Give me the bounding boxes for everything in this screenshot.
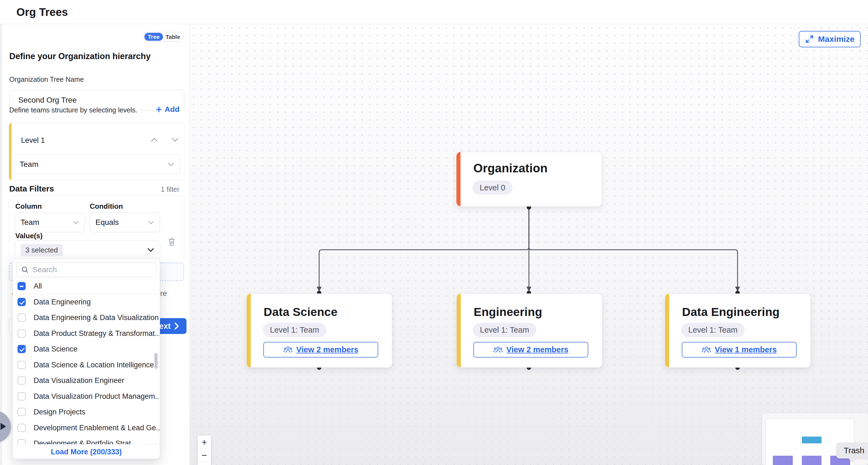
checkbox[interactable] — [18, 313, 26, 322]
checkbox[interactable] — [18, 392, 26, 400]
list-item[interactable]: Data Visualization Engineer — [13, 373, 160, 389]
load-more-button[interactable]: Load More (200/333) — [13, 444, 160, 459]
hierarchy-panel: Tree Table Define your Organization hier… — [2, 24, 190, 465]
list-item[interactable]: Data Product Strategy & Transformat... — [13, 326, 160, 341]
list-item[interactable]: Data Science & Location Intelligence — [13, 357, 160, 373]
chevron-down-icon[interactable] — [171, 137, 179, 143]
people-icon — [493, 346, 503, 354]
node-accent-bar — [457, 294, 461, 367]
checkbox[interactable] — [18, 408, 26, 416]
selected-count-chip: 3 selected — [21, 244, 63, 256]
org-tree-builder-app: Organization Level 0 Data Science Level … — [0, 0, 868, 465]
filters-heading: Data Filters — [9, 184, 54, 193]
minimap-child-node — [773, 456, 793, 465]
org-node-child[interactable]: Data Science Level 1: Team View 2 member… — [246, 293, 392, 368]
filters-count: 1 filter — [161, 185, 179, 193]
org-node-root[interactable]: Organization Level 0 — [456, 152, 602, 207]
node-accent-bar — [457, 152, 461, 206]
chevron-down-icon — [147, 247, 155, 253]
node-title: Engineering — [474, 305, 542, 319]
node-level-badge: Level 1: Team — [473, 323, 536, 337]
column-label: Column — [15, 202, 42, 211]
tree-name-input[interactable] — [18, 96, 175, 104]
search-box — [17, 262, 156, 277]
chevron-up-icon[interactable] — [150, 137, 158, 143]
plus-icon — [155, 106, 162, 113]
column-select[interactable]: Team — [15, 213, 85, 232]
org-chart-canvas[interactable] — [190, 24, 868, 465]
level-accent-bar — [9, 123, 11, 180]
scrollbar-thumb[interactable] — [155, 353, 157, 369]
view-members-button[interactable]: View 1 members — [682, 342, 797, 358]
app-header: Org Trees — [0, 0, 868, 24]
people-icon — [702, 346, 711, 354]
minimap-child-node — [802, 456, 822, 465]
list-item[interactable]: Data Science — [13, 341, 160, 357]
list-item[interactable]: Design Projects — [13, 404, 160, 420]
delete-filter-icon[interactable] — [168, 237, 176, 246]
maximize-button[interactable]: Maximize — [799, 31, 861, 47]
minimap-root-node — [802, 437, 822, 443]
node-accent-bar — [665, 294, 669, 367]
checkbox[interactable] — [18, 376, 26, 384]
level-label: Level 1 — [21, 136, 45, 145]
node-title: Data Science — [264, 305, 338, 319]
node-level-badge: Level 1: Team — [263, 323, 326, 337]
toggle-table[interactable]: Table — [163, 33, 183, 41]
toggle-tree[interactable]: Tree — [145, 33, 163, 41]
zoom-in-button[interactable]: + — [198, 436, 211, 449]
list-item[interactable]: Data Visualization Product Managem... — [13, 389, 160, 404]
select-all-checkbox[interactable] — [18, 282, 26, 290]
checkbox[interactable] — [18, 345, 26, 353]
checkbox[interactable] — [18, 329, 26, 338]
node-accent-bar — [247, 294, 251, 367]
expand-icon — [805, 34, 814, 44]
values-multiselect[interactable]: 3 selected — [15, 241, 160, 259]
org-node-child[interactable]: Data Engineering Level 1: Team View 1 me… — [665, 293, 811, 368]
view-members-button[interactable]: View 2 members — [473, 342, 588, 358]
checkbox[interactable] — [18, 439, 26, 444]
level-type-select[interactable]: Team — [14, 155, 180, 174]
node-title: Organization — [473, 161, 548, 175]
condition-label: Condition — [90, 202, 123, 211]
chevron-down-icon — [148, 220, 154, 225]
zoom-out-button[interactable]: − — [198, 449, 211, 462]
checkbox[interactable] — [18, 361, 26, 369]
panel-heading: Define your Organization hierarchy — [9, 52, 151, 61]
view-members-button[interactable]: View 2 members — [264, 342, 378, 358]
arrow-right-icon — [1, 423, 6, 430]
hint-text-partial: re — [160, 289, 167, 298]
options-list: Data Engineering Data Engineering & Data… — [13, 294, 160, 444]
chevron-down-icon — [72, 220, 79, 225]
values-label: Value(s) — [15, 232, 43, 240]
trash-tooltip: Trash — [836, 442, 868, 459]
checkbox[interactable] — [18, 424, 26, 432]
checkbox[interactable] — [18, 298, 26, 306]
node-title: Data Engineering — [682, 305, 780, 319]
view-toggle: Tree Table — [144, 32, 184, 41]
filter-card: Column Condition Team Equals Value(s) 3 … — [9, 195, 184, 264]
people-icon — [283, 346, 292, 354]
search-icon — [21, 266, 29, 274]
values-dropdown: All Data Engineering Data Engineering & … — [12, 258, 160, 459]
chevron-right-icon — [174, 322, 179, 330]
list-item[interactable]: Data Engineering — [13, 294, 160, 310]
condition-select[interactable]: Equals — [90, 213, 160, 232]
list-item-partial[interactable]: Development & Portfolio Strat... — [13, 435, 160, 444]
zoom-extra-button[interactable] — [198, 462, 211, 465]
tree-name-label: Organization Tree Name — [9, 75, 84, 84]
page-title: Org Trees — [17, 6, 68, 18]
zoom-controls: + − — [198, 436, 211, 465]
level-card: Level 1 Team — [9, 123, 185, 180]
chevron-down-icon — [167, 162, 175, 167]
search-input[interactable] — [33, 265, 152, 274]
select-all-row[interactable]: All — [13, 278, 160, 294]
levels-description: Define teams structure by selecting leve… — [9, 106, 137, 114]
add-level-button[interactable]: Add — [155, 105, 179, 114]
node-level-badge: Level 1: Team — [681, 323, 745, 337]
node-level-badge: Level 0 — [472, 181, 513, 195]
list-item[interactable]: Development Enablement & Lead Ge... — [13, 420, 160, 436]
list-item[interactable]: Data Engineering & Data Visualization — [13, 310, 160, 326]
org-node-child[interactable]: Engineering Level 1: Team View 2 members — [457, 293, 602, 368]
